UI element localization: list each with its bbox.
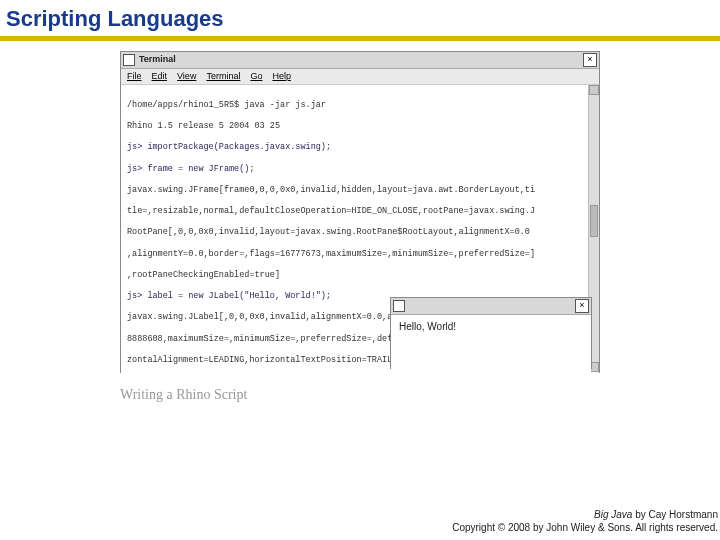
terminal-line: ,rootPaneCheckingEnabled=true] — [127, 270, 593, 281]
menu-edit[interactable]: Edit — [152, 71, 168, 82]
window-icon — [393, 300, 405, 312]
terminal-titlebar: Terminal × — [121, 52, 599, 69]
slide-title: Scripting Languages — [0, 0, 720, 34]
popup-body: Hello, World! — [391, 315, 591, 379]
menu-help[interactable]: Help — [272, 71, 291, 82]
menu-terminal[interactable]: Terminal — [206, 71, 240, 82]
terminal-line: ,alignmentY=0.0,border=,flags=16777673,m… — [127, 249, 593, 260]
title-underline — [0, 36, 720, 41]
terminal-line: RootPane[,0,0,0x0,invalid,layout=javax.s… — [127, 227, 593, 238]
figure-caption: Writing a Rhino Script — [120, 387, 600, 403]
popup-titlebar: × — [391, 298, 591, 315]
figure-area: Terminal × File Edit View Terminal Go He… — [120, 51, 600, 403]
terminal-line: js> frame = new JFrame(); — [127, 164, 593, 175]
terminal-line: /home/apps/rhino1_5R5$ java -jar js.jar — [127, 100, 593, 111]
slide-footer: Big Java by Cay Horstmann Copyright © 20… — [452, 508, 718, 534]
close-icon[interactable]: × — [583, 53, 597, 67]
window-icon — [123, 54, 135, 66]
close-icon[interactable]: × — [575, 299, 589, 313]
terminal-line: Rhino 1.5 release 5 2004 03 25 — [127, 121, 593, 132]
terminal-title: Terminal — [139, 54, 176, 65]
popup-message: Hello, World! — [399, 321, 456, 332]
popup-window: × Hello, World! — [390, 297, 592, 369]
footer-book-title: Big Java — [594, 509, 632, 520]
terminal-line: js> importPackage(Packages.javax.swing); — [127, 142, 593, 153]
menu-file[interactable]: File — [127, 71, 142, 82]
terminal-line: tle=,resizable,normal,defaultCloseOperat… — [127, 206, 593, 217]
terminal-menubar: File Edit View Terminal Go Help — [121, 69, 599, 85]
menu-view[interactable]: View — [177, 71, 196, 82]
scroll-up-icon[interactable] — [589, 85, 599, 95]
terminal-line: javax.swing.JFrame[frame0,0,0,0x0,invali… — [127, 185, 593, 196]
footer-copyright: Copyright © 2008 by John Wiley & Sons. A… — [452, 521, 718, 534]
scroll-thumb[interactable] — [590, 205, 598, 237]
menu-go[interactable]: Go — [250, 71, 262, 82]
footer-author: by Cay Horstmann — [632, 509, 718, 520]
